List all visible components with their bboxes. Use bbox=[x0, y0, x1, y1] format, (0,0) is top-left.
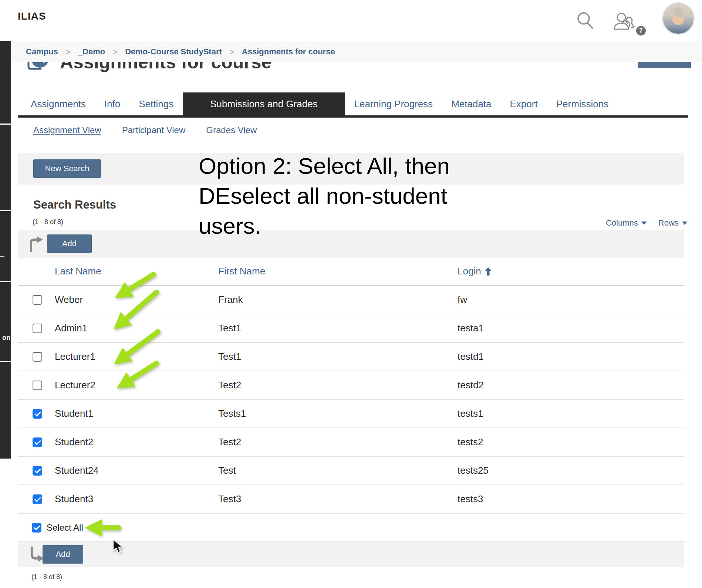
first-name-cell: Test bbox=[218, 465, 458, 476]
tab-export[interactable]: Export bbox=[501, 92, 547, 115]
rail-partial-glyph bbox=[0, 256, 4, 257]
rail-divider bbox=[0, 281, 11, 282]
select-all-checkbox[interactable] bbox=[32, 523, 41, 533]
table-row-lecturer2: Lecturer2Test2testd2 bbox=[18, 371, 684, 400]
table-row-student2: Student2Test2tests2 bbox=[18, 428, 684, 457]
row-checkbox[interactable] bbox=[33, 466, 42, 476]
last-name-cell: Lecturer1 bbox=[55, 351, 218, 362]
list-controls: Columns Rows bbox=[606, 218, 687, 228]
table-row-lecturer1: Lecturer1Test1testd1 bbox=[18, 343, 684, 371]
login-cell: tests1 bbox=[458, 408, 684, 419]
rail-divider bbox=[0, 124, 11, 125]
rail-divider bbox=[0, 361, 11, 362]
login-cell: testd1 bbox=[458, 351, 684, 362]
subtab-bar: Assignment ViewParticipant ViewGrades Vi… bbox=[33, 125, 257, 135]
ilias-logo[interactable]: ILIAS bbox=[18, 10, 46, 22]
checkbox-cell bbox=[18, 381, 55, 390]
last-name-cell: Student24 bbox=[55, 465, 218, 476]
notification-badge[interactable]: 7 bbox=[636, 26, 646, 36]
row-checkbox[interactable] bbox=[33, 324, 42, 333]
first-name-cell: Test3 bbox=[218, 493, 458, 505]
login-header[interactable]: Login bbox=[458, 266, 684, 277]
tab-bar: AssignmentsInfoSettingsSubmissions and G… bbox=[18, 92, 688, 118]
select-all-label: Select All bbox=[47, 523, 210, 533]
subtab-participant-view[interactable]: Participant View bbox=[122, 125, 186, 135]
columns-label: Columns bbox=[606, 218, 638, 228]
add-button-top[interactable]: Add bbox=[47, 234, 92, 253]
tab-metadata[interactable]: Metadata bbox=[442, 92, 500, 115]
result-count-bottom: (1 - 8 of 8) bbox=[31, 573, 62, 581]
checkbox-cell bbox=[18, 352, 55, 362]
row-checkbox[interactable] bbox=[33, 381, 42, 390]
login-cell: fw bbox=[458, 294, 684, 305]
search-icon[interactable] bbox=[576, 11, 595, 32]
row-checkbox[interactable] bbox=[33, 295, 42, 305]
user-avatar[interactable] bbox=[662, 2, 695, 35]
breadcrumb-bar: Campus>_Demo>Demo-Course StudyStart>Assi… bbox=[0, 41, 702, 62]
apply-up-right-arrow-icon bbox=[27, 235, 45, 253]
new-search-button[interactable]: New Search bbox=[33, 159, 101, 178]
tab-assignments[interactable]: Assignments bbox=[21, 92, 95, 115]
breadcrumb-separator: > bbox=[65, 47, 71, 57]
select-all-row: Select All bbox=[18, 514, 684, 542]
rows-dropdown[interactable]: Rows bbox=[658, 218, 687, 228]
login-cell: tests25 bbox=[458, 465, 684, 476]
annotation-text: Option 2: Select All, then DEselect all … bbox=[199, 151, 450, 241]
checkbox-cell bbox=[18, 295, 55, 305]
tab-settings[interactable]: Settings bbox=[129, 92, 183, 115]
breadcrumb-item-demo-course-studystart[interactable]: Demo-Course StudyStart bbox=[125, 47, 222, 57]
breadcrumb-item--demo[interactable]: _Demo bbox=[78, 47, 105, 57]
breadcrumb-separator: > bbox=[112, 47, 118, 57]
row-checkbox[interactable] bbox=[33, 494, 42, 504]
breadcrumb-separator: > bbox=[229, 47, 234, 57]
breadcrumb: Campus>_Demo>Demo-Course StudyStart>Assi… bbox=[26, 41, 335, 62]
table-row-admin1: Admin1Test1testa1 bbox=[18, 314, 684, 343]
search-results-heading: Search Results bbox=[33, 198, 116, 212]
login-cell: testa1 bbox=[458, 322, 684, 334]
tab-permissions[interactable]: Permissions bbox=[547, 92, 618, 115]
table-row-student1: Student1Tests1tests1 bbox=[18, 400, 684, 428]
add-button-bottom[interactable]: Add bbox=[43, 545, 83, 564]
add-toolbar-bottom: Add bbox=[18, 542, 684, 567]
subtab-assignment-view[interactable]: Assignment View bbox=[33, 125, 101, 135]
screen: Assignments for course ILIAS 7 Campus>_D… bbox=[0, 0, 702, 588]
row-checkbox[interactable] bbox=[33, 352, 42, 362]
last-name-cell: Student3 bbox=[55, 493, 218, 505]
rail-partial-label: on bbox=[0, 334, 10, 342]
rail-divider bbox=[0, 210, 11, 211]
cut-off-action-button[interactable] bbox=[638, 62, 691, 68]
checkbox-cell bbox=[18, 409, 55, 419]
rows-label: Rows bbox=[658, 218, 679, 228]
breadcrumb-item-campus[interactable]: Campus bbox=[26, 47, 58, 57]
sort-ascending-icon bbox=[485, 267, 492, 276]
annotation-line: Option 2: Select All, then bbox=[199, 151, 450, 181]
checkbox-cell bbox=[18, 466, 55, 476]
breadcrumb-item-assignments-for-course[interactable]: Assignments for course bbox=[242, 47, 335, 57]
left-nav-rail[interactable]: on bbox=[0, 41, 11, 459]
first-name-cell: Test1 bbox=[218, 322, 458, 334]
first-name-cell: Test2 bbox=[218, 436, 458, 448]
last-name-header[interactable]: Last Name bbox=[55, 266, 218, 277]
checkbox-cell bbox=[18, 437, 55, 447]
people-icon[interactable] bbox=[612, 11, 635, 31]
first-name-header[interactable]: First Name bbox=[218, 266, 458, 277]
subtab-grades-view[interactable]: Grades View bbox=[206, 125, 257, 135]
last-name-cell: Student2 bbox=[55, 436, 218, 448]
first-name-cell: Tests1 bbox=[218, 408, 458, 419]
search-results-table: Last Name First Name Login WeberFrankfwA… bbox=[18, 258, 684, 542]
first-name-cell: Frank bbox=[218, 294, 458, 305]
columns-dropdown[interactable]: Columns bbox=[606, 218, 647, 228]
login-header-label: Login bbox=[458, 266, 481, 277]
table-header-row: Last Name First Name Login bbox=[18, 258, 684, 286]
last-name-cell: Admin1 bbox=[55, 322, 218, 334]
tab-info[interactable]: Info bbox=[95, 92, 129, 115]
tab-submissions-and-grades[interactable]: Submissions and Grades bbox=[183, 92, 345, 115]
row-checkbox[interactable] bbox=[33, 409, 42, 419]
annotation-line: users. bbox=[199, 211, 450, 241]
tab-learning-progress[interactable]: Learning Progress bbox=[345, 92, 442, 115]
table-row-student3: Student3Test3tests3 bbox=[18, 485, 684, 514]
checkbox-cell bbox=[18, 324, 55, 333]
table-row-weber: WeberFrankfw bbox=[18, 286, 684, 314]
row-checkbox[interactable] bbox=[33, 437, 42, 447]
first-name-cell: Test2 bbox=[218, 379, 458, 391]
